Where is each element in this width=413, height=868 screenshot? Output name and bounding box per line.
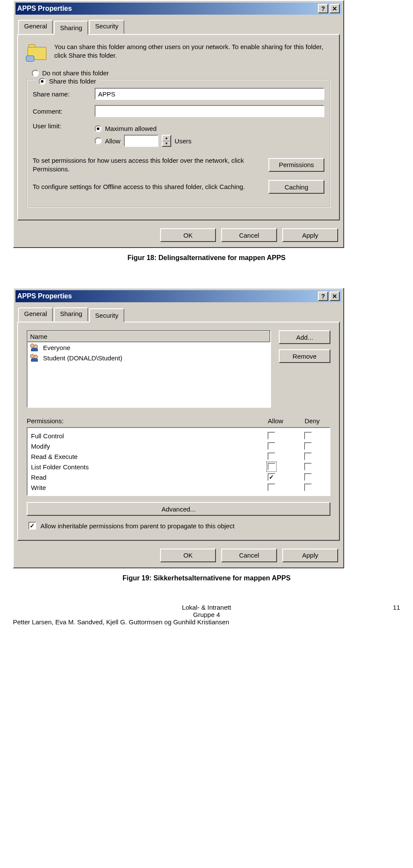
titlebar: APPS Properties ? ✕ <box>15 3 342 15</box>
figure-18-caption: Figur 18: Delingsalternativene for mappe… <box>13 254 400 262</box>
cancel-button[interactable]: Cancel <box>221 549 277 562</box>
help-button[interactable]: ? <box>318 291 328 301</box>
cancel-button[interactable]: Cancel <box>221 228 277 242</box>
page-number: 11 <box>393 604 400 611</box>
share-groupbox: Share this folder Share name: Comment: U… <box>27 79 330 208</box>
permission-row: List Folder Contents <box>31 462 326 472</box>
radio-allow-n[interactable] <box>95 137 102 144</box>
window-title: APPS Properties <box>17 5 317 12</box>
radio-do-not-share[interactable] <box>32 70 39 77</box>
list-item[interactable]: Everyone <box>28 342 270 353</box>
users-icon <box>30 344 40 351</box>
help-button[interactable]: ? <box>318 4 328 13</box>
deny-checkbox[interactable] <box>304 432 312 440</box>
allow-checkbox[interactable] <box>268 453 275 460</box>
allow-header: Allow <box>257 417 294 425</box>
radio-share[interactable] <box>39 78 46 85</box>
deny-checkbox[interactable] <box>304 484 312 491</box>
close-button[interactable]: ✕ <box>330 291 340 301</box>
list-item[interactable]: Student (DONALD\Student) <box>28 353 270 363</box>
security-panel: Name EveryoneStudent (DONALD\Student) Ad… <box>17 322 340 541</box>
users-suffix: Users <box>175 137 191 145</box>
deny-checkbox[interactable] <box>304 442 312 450</box>
properties-dialog-sharing: APPS Properties ? ✕ General Sharing Secu… <box>13 0 344 248</box>
radio-max-allowed[interactable] <box>95 125 102 132</box>
permission-label: Modify <box>31 443 253 450</box>
allow-checkbox[interactable] <box>268 432 275 440</box>
inherit-label: Allow inheritable permissions from paren… <box>40 522 234 530</box>
intro-text: You can share this folder among other us… <box>54 43 330 62</box>
shared-folder-icon <box>27 43 48 62</box>
user-name: Student (DONALD\Student) <box>43 354 122 362</box>
permissions-box: Full ControlModifyRead & ExecuteList Fol… <box>27 427 330 496</box>
close-button[interactable]: ✕ <box>330 4 340 13</box>
radio-share-label: Share this folder <box>49 78 96 85</box>
tab-general[interactable]: General <box>18 307 53 322</box>
sharing-panel: You can share this folder among other us… <box>17 34 340 220</box>
remove-button[interactable]: Remove <box>279 349 330 363</box>
tab-sharing[interactable]: Sharing <box>54 307 88 322</box>
page-footer: Lokal- & Intranett 11 Gruppe 4 Petter La… <box>13 604 400 626</box>
tab-general[interactable]: General <box>18 20 53 34</box>
ok-button[interactable]: OK <box>160 549 216 562</box>
user-limit-label: User limit: <box>33 122 89 130</box>
permission-label: List Folder Contents <box>31 463 253 471</box>
permission-label: Full Control <box>31 432 253 440</box>
permission-row: Read <box>31 472 326 482</box>
advanced-button[interactable]: Advanced... <box>27 502 330 516</box>
deny-checkbox[interactable] <box>304 473 312 481</box>
footer-line1: Lokal- & Intranett <box>13 604 400 611</box>
footer-authors: Petter Larsen, Eva M. Sandved, Kjell G. … <box>13 618 400 626</box>
spinner-down-icon[interactable]: ▼ <box>163 141 170 146</box>
window-title: APPS Properties <box>17 292 317 300</box>
permission-label: Write <box>31 484 253 491</box>
apply-button[interactable]: Apply <box>282 549 338 562</box>
radio-max-allowed-label: Maximum allowed <box>105 125 157 132</box>
permissions-info: To set permissions for how users access … <box>33 156 260 173</box>
tab-bar: General Sharing Security <box>18 307 342 322</box>
radio-do-not-share-label: Do not share this folder <box>42 69 109 77</box>
tab-bar: General Sharing Security <box>18 20 342 34</box>
tab-security[interactable]: Security <box>89 308 124 322</box>
permissions-label: Permissions: <box>27 417 257 425</box>
radio-allow-n-label: Allow <box>105 137 120 145</box>
share-name-label: Share name: <box>33 90 89 98</box>
footer-line2: Gruppe 4 <box>13 611 400 618</box>
figure-19-caption: Figur 19: Sikkerhetsalternativene for ma… <box>13 574 400 582</box>
permission-label: Read & Execute <box>31 453 253 460</box>
allow-checkbox[interactable] <box>268 442 275 450</box>
apply-button[interactable]: Apply <box>282 228 338 242</box>
permissions-button[interactable]: Permissions <box>268 158 324 172</box>
users-icon <box>30 354 40 362</box>
permission-row: Modify <box>31 441 326 451</box>
add-button[interactable]: Add... <box>279 330 330 344</box>
tab-sharing[interactable]: Sharing <box>54 21 88 35</box>
permission-row: Read & Execute <box>31 451 326 462</box>
deny-checkbox[interactable] <box>304 463 312 471</box>
caching-button[interactable]: Caching <box>268 180 324 194</box>
ok-button[interactable]: OK <box>160 228 216 242</box>
users-listbox[interactable]: Name EveryoneStudent (DONALD\Student) <box>27 330 271 408</box>
allow-checkbox[interactable] <box>268 463 275 471</box>
permission-row: Full Control <box>31 431 326 441</box>
name-column-header[interactable]: Name <box>28 331 270 342</box>
deny-checkbox[interactable] <box>304 453 312 460</box>
caching-info: To configure settings for Offline access… <box>33 183 260 191</box>
permission-label: Read <box>31 474 253 481</box>
allow-count-spinner[interactable]: ▲ ▼ <box>162 135 171 147</box>
allow-checkbox[interactable] <box>268 473 275 481</box>
properties-dialog-security: APPS Properties ? ✕ General Sharing Secu… <box>13 288 344 568</box>
deny-header: Deny <box>294 417 330 425</box>
inherit-checkbox[interactable] <box>28 522 36 530</box>
spinner-up-icon[interactable]: ▲ <box>163 136 170 141</box>
allow-count-input[interactable] <box>124 135 158 147</box>
comment-label: Comment: <box>33 108 89 115</box>
titlebar: APPS Properties ? ✕ <box>15 290 342 302</box>
share-name-input[interactable] <box>95 88 324 100</box>
permission-row: Write <box>31 482 326 493</box>
user-name: Everyone <box>43 344 70 351</box>
tab-security[interactable]: Security <box>89 20 124 34</box>
allow-checkbox[interactable] <box>268 484 275 491</box>
comment-input[interactable] <box>95 105 324 117</box>
